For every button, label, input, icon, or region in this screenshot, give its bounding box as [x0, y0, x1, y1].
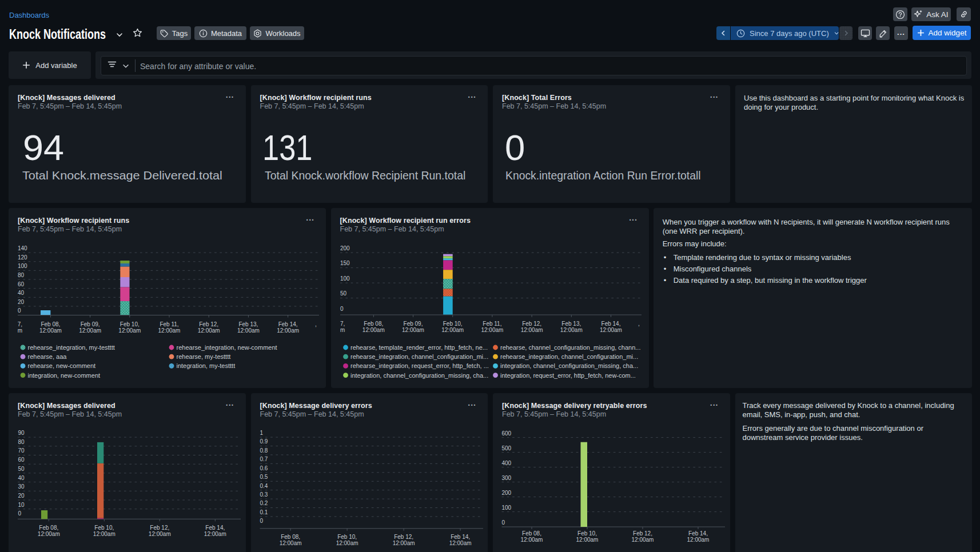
svg-text:12:00am: 12:00am [38, 531, 60, 537]
svg-text:rehearse, my-testttt: rehearse, my-testttt [177, 353, 231, 360]
svg-text:integration, new-comment: integration, new-comment [28, 372, 101, 379]
svg-text:Feb 11,: Feb 11, [483, 321, 501, 327]
svg-text:600: 600 [502, 430, 512, 437]
svg-text:12:00am: 12:00am [336, 540, 358, 546]
svg-text:100: 100 [18, 263, 27, 269]
svg-text:12:00am: 12:00am [441, 327, 464, 333]
svg-text:Feb 14,: Feb 14, [688, 530, 708, 537]
svg-text:12:00am: 12:00am [600, 327, 622, 333]
svg-text:7,: 7, [340, 321, 344, 327]
svg-text:Feb 13,: Feb 13, [561, 321, 581, 327]
svg-text:12:00am: 12:00am [277, 327, 299, 334]
svg-text:12:00am: 12:00am [149, 531, 171, 537]
svg-text:0: 0 [18, 307, 21, 314]
svg-text:120: 120 [18, 254, 27, 261]
svg-text:90: 90 [18, 430, 25, 436]
svg-text:12:00am: 12:00am [576, 537, 599, 543]
svg-text:Feb 11,: Feb 11, [160, 321, 178, 327]
svg-text:Feb 10,: Feb 10, [443, 321, 462, 327]
svg-text:40: 40 [18, 475, 25, 481]
svg-text:12:00am: 12:00am [237, 327, 260, 334]
svg-text:140: 140 [18, 245, 27, 251]
svg-text:60: 60 [18, 457, 25, 463]
svg-text:200: 200 [340, 245, 349, 251]
svg-text:12:00am: 12:00am [39, 327, 62, 334]
svg-text:50: 50 [340, 291, 346, 297]
svg-text:12:00am: 12:00am [279, 540, 301, 546]
svg-text:rehearse_integration, my-testt: rehearse_integration, my-testttt [28, 344, 115, 351]
svg-text:Feb 10,: Feb 10, [94, 525, 114, 531]
svg-text:100: 100 [502, 505, 512, 511]
svg-text:20: 20 [18, 299, 25, 305]
svg-text:0.5: 0.5 [260, 474, 268, 480]
svg-text:12:00am: 12:00am [158, 327, 181, 334]
svg-text:Feb 14,: Feb 14, [451, 534, 470, 540]
svg-text:12:00am: 12:00am [118, 327, 141, 334]
svg-text:Feb 10,: Feb 10, [337, 534, 357, 540]
svg-text:12:00am: 12:00am [198, 327, 220, 334]
svg-text:0.8: 0.8 [260, 447, 268, 454]
svg-text:12:00am: 12:00am [560, 327, 582, 333]
svg-text:rehearse_integration, request_: rehearse_integration, request_error, htt… [350, 362, 488, 369]
svg-text:Feb 14,: Feb 14, [601, 321, 620, 327]
svg-text:200: 200 [502, 490, 512, 496]
svg-text:Feb 12,: Feb 12, [394, 534, 413, 540]
svg-text:12:00am: 12:00am [687, 537, 710, 543]
svg-text:rehearse, new-comment: rehearse, new-comment [28, 362, 96, 369]
svg-text:Feb 12,: Feb 12, [150, 525, 169, 531]
svg-text:Feb 08,: Feb 08, [522, 530, 541, 537]
svg-text:70: 70 [18, 447, 25, 454]
svg-text:0.2: 0.2 [260, 500, 268, 506]
svg-text:Feb 08,: Feb 08, [39, 525, 58, 531]
svg-text:100: 100 [340, 275, 349, 282]
svg-text:Feb 12,: Feb 12, [633, 530, 652, 537]
svg-text:12:00am: 12:00am [521, 537, 543, 543]
svg-text:Feb 08,: Feb 08, [364, 321, 383, 327]
svg-text:40: 40 [18, 290, 25, 296]
svg-text:12:00am: 12:00am [392, 540, 415, 546]
svg-text:Feb 10,: Feb 10, [577, 530, 597, 537]
svg-text:integration, channel_configura: integration, channel_configuration_missi… [350, 372, 488, 379]
svg-text:integration, my-testttt: integration, my-testttt [177, 362, 236, 369]
svg-text:12:00am: 12:00am [632, 537, 654, 543]
svg-text:Feb 09,: Feb 09, [81, 321, 100, 327]
svg-text:150: 150 [340, 261, 349, 267]
svg-text:1: 1 [260, 430, 263, 436]
svg-text:integration, request_error, ht: integration, request_error, http_fetch, … [500, 372, 635, 379]
svg-text:Feb 10,: Feb 10, [120, 321, 140, 327]
svg-text:0: 0 [340, 306, 343, 312]
svg-text:10: 10 [18, 502, 25, 508]
svg-text:Feb 12,: Feb 12, [522, 321, 541, 327]
svg-text:30: 30 [18, 483, 25, 490]
svg-text:Feb 14,: Feb 14, [205, 525, 225, 531]
svg-text:rehearse, template_render_erro: rehearse, template_render_error, http_fe… [350, 344, 487, 351]
svg-text:60: 60 [18, 281, 25, 287]
svg-text:0.1: 0.1 [260, 509, 268, 515]
svg-text:80: 80 [18, 439, 25, 445]
svg-text:0.7: 0.7 [260, 456, 268, 462]
svg-text:12:00am: 12:00am [481, 327, 503, 333]
svg-text:rehearse, aaa: rehearse, aaa [28, 353, 67, 360]
svg-text:0: 0 [260, 518, 263, 524]
svg-text:80: 80 [18, 272, 25, 278]
svg-text:Feb 14,: Feb 14, [278, 321, 298, 327]
svg-text:0.3: 0.3 [260, 491, 268, 498]
svg-text:m: m [18, 327, 22, 334]
svg-text:0: 0 [502, 519, 505, 526]
svg-text:0: 0 [18, 510, 21, 517]
svg-text:Feb 09,: Feb 09, [403, 321, 423, 327]
svg-text:12:00am: 12:00am [362, 327, 384, 333]
svg-text:rehearse_integration, new-comm: rehearse_integration, new-comment [177, 344, 277, 351]
svg-text:,: , [638, 321, 639, 327]
svg-text:300: 300 [502, 475, 512, 481]
svg-text:Feb 08,: Feb 08, [281, 534, 300, 540]
svg-text:rehearse, channel_configuratio: rehearse, channel_configuration_missing,… [500, 344, 640, 351]
svg-text:12:00am: 12:00am [449, 540, 471, 546]
svg-text:integration, channel_configura: integration, channel_configuration_missi… [500, 362, 638, 369]
svg-text:12:00am: 12:00am [93, 531, 115, 537]
svg-text:rehearse_integration, channel_: rehearse_integration, channel_configurat… [350, 353, 488, 360]
svg-text:12:00am: 12:00am [520, 327, 543, 333]
svg-text:12:00am: 12:00am [204, 531, 226, 537]
svg-text:400: 400 [502, 460, 512, 466]
svg-text:12:00am: 12:00am [79, 327, 101, 334]
